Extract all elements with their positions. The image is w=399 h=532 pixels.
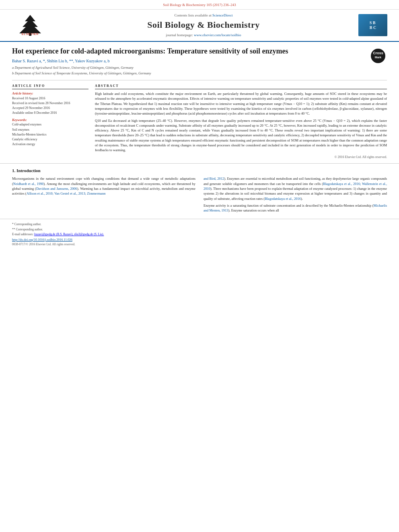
abstract-paragraph-1: High latitude and cold ecosystems, which… xyxy=(95,91,387,116)
intro-left-col: Microorganisms in the natural environmen… xyxy=(12,176,195,215)
intro-right-text-2: Enzyme activity is a saturating function… xyxy=(204,203,387,213)
homepage-link[interactable]: www.elsevier.com/locate/soilbio xyxy=(194,33,241,37)
intro-title: 1. Introduction xyxy=(12,168,387,174)
elsevier-logo: ELSEVIER xyxy=(12,14,48,36)
abstract-paragraph-2: Q10 and Ea decreased at high temperature… xyxy=(95,118,387,153)
keyword-3: Michaelis-Menten kinetics xyxy=(12,132,88,137)
article-authors: Bahar S. Razavi a, *, Shibin Liu b, **, … xyxy=(12,58,365,64)
article-info-abstract: ARTICLE INFO Article history: Received 1… xyxy=(12,84,387,159)
keyword-1: Cold-adapted enzymes xyxy=(12,122,88,127)
left-column: ARTICLE INFO Article history: Received 1… xyxy=(12,84,88,159)
revised-date: Received in revised form 28 November 201… xyxy=(12,101,88,105)
crossmark-logo: Cross Mark xyxy=(371,49,387,65)
keywords-label: Keywords: xyxy=(12,118,88,123)
journal-homepage: journal homepage: www.elsevier.com/locat… xyxy=(56,33,351,38)
right-column: ABSTRACT High latitude and cold ecosyste… xyxy=(95,84,387,159)
abstract-text: High latitude and cold ecosystems, which… xyxy=(95,91,387,153)
affiliation-a: a Department of Agricultural Soil Scienc… xyxy=(12,66,365,70)
received-date: Received 10 August 2016 xyxy=(12,96,88,101)
crossmark-icon: Cross Mark xyxy=(371,49,385,63)
affiliation-b: b Department of Soil Science of Temperat… xyxy=(12,71,365,76)
keyword-5: Activation energy xyxy=(12,142,88,146)
intro-right-col: and Bird, 2012). Enzymes are essential t… xyxy=(204,176,387,215)
ref-blagodatskaya2[interactable]: Blagodatskaya et al., 2016 xyxy=(265,197,301,201)
svg-text:ELSEVIER: ELSEVIER xyxy=(22,33,39,35)
article-title: Hot experience for cold-adapted microorg… xyxy=(12,47,365,56)
abstract-header: ABSTRACT xyxy=(95,84,387,89)
section-divider xyxy=(0,163,399,164)
doi-link[interactable]: http://dx.doi.org/10.1016/j.soilbio.2016… xyxy=(12,238,387,242)
ref-bird[interactable]: and Bird, 2012 xyxy=(204,177,224,181)
accepted-date: Accepted 29 November 2016 xyxy=(12,106,88,110)
intro-left-text: Microorganisms in the natural environmen… xyxy=(12,176,195,196)
keyword-4: Catalytic efficiency xyxy=(12,137,88,142)
intro-right-text-1: and Bird, 2012). Enzymes are essential t… xyxy=(204,176,387,201)
article-title-text: Hot experience for cold-adapted microorg… xyxy=(12,47,365,77)
email-link[interactable]: lrazavi@gwdg.de (B.S. Razavi), sliu3@gwd… xyxy=(34,232,104,236)
corresponding-author-1: * Corresponding author. xyxy=(12,222,387,227)
page: Soil Biology & Biochemistry 105 (2017) 2… xyxy=(0,0,399,532)
available-date: Available online 8 December 2016 xyxy=(12,111,88,115)
intro-two-col: Microorganisms in the natural environmen… xyxy=(12,176,387,215)
svg-text:Mark: Mark xyxy=(375,56,381,59)
keyword-2: Soil enzymes xyxy=(12,127,88,132)
footer-copyright: 0038-0717/© 2016 Elsevier Ltd. All right… xyxy=(12,242,387,247)
article-title-section: Hot experience for cold-adapted microorg… xyxy=(12,47,387,80)
svg-text:Cross: Cross xyxy=(373,51,383,55)
ref-davidson[interactable]: Davidson and Janssens, 2006 xyxy=(36,187,77,191)
sb-logo-box: S BB C xyxy=(358,14,387,36)
journal-title: Soil Biology & Biochemistry xyxy=(56,19,351,31)
sciencedirect-link: Contents lists available at ScienceDirec… xyxy=(56,13,351,18)
footer-section: * Corresponding author. ** Corresponding… xyxy=(0,219,399,249)
copyright-line: © 2016 Elsevier Ltd. All rights reserved… xyxy=(95,155,387,159)
article-history-label: Article history: xyxy=(12,91,88,96)
header-center: Contents lists available at ScienceDirec… xyxy=(52,13,355,38)
sciencedirect-anchor[interactable]: ScienceDirect xyxy=(212,13,232,17)
ref-neidhardt[interactable]: Neidhardt et al., 1990 xyxy=(13,182,44,186)
journal-top-bar: Soil Biology & Biochemistry 105 (2017) 2… xyxy=(0,0,399,10)
article-main: Hot experience for cold-adapted microorg… xyxy=(0,42,399,159)
introduction-section: 1. Introduction Microorganisms in the na… xyxy=(0,168,399,215)
journal-citation: Soil Biology & Biochemistry 105 (2017) 2… xyxy=(163,3,236,7)
footer-emails: E-mail addresses: lrazavi@gwdg.de (B.S. … xyxy=(12,232,387,237)
ref-michaelis[interactable]: Michaelis and Menten, 1913 xyxy=(204,203,387,212)
ref-allison[interactable]: Allison et al., 2010; Van Gestel et al.,… xyxy=(27,191,106,195)
article-info-header: ARTICLE INFO xyxy=(12,84,88,89)
header-section: ELSEVIER Contents lists available at Sci… xyxy=(0,10,399,42)
journal-logo-right: S BB C xyxy=(355,14,391,36)
corresponding-author-2: ** Corresponding author. xyxy=(12,228,387,232)
ref-blagodatskaya1[interactable]: Blagodatskaya et al., 2016; Wallenstein … xyxy=(204,182,387,191)
elsevier-svg: ELSEVIER xyxy=(12,14,48,36)
elsevier-logo-container: ELSEVIER xyxy=(8,14,52,36)
